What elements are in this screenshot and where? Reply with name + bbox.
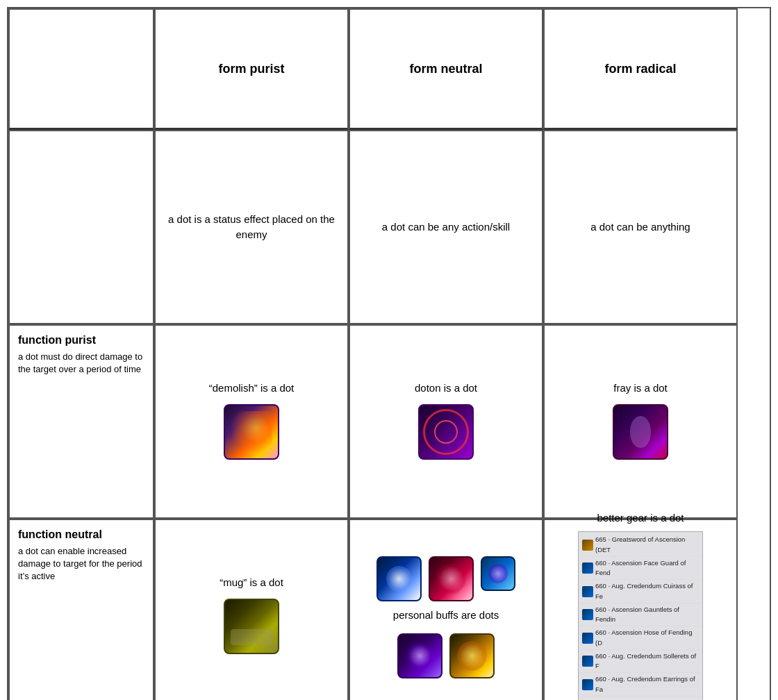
- gear-icon-tiny: [582, 633, 593, 644]
- col-header-purist: form purist: [154, 8, 349, 130]
- gear-icon-tiny: [582, 540, 593, 551]
- gear-item: 660 · Ascension Gauntlets of Fendin: [580, 603, 701, 627]
- gear-icon-tiny: [582, 586, 593, 597]
- cell-purist-radical: fray is a dot: [543, 324, 738, 519]
- gear-item: 660 · Aug. Credendum Cuirass of Fe: [580, 580, 701, 603]
- gear-item: 660 · Ascension Necklace of Fending: [580, 697, 701, 700]
- desc-row-empty: [8, 130, 154, 324]
- cell-purist-neutral: doton is a dot: [349, 324, 543, 519]
- gear-item: 660 · Aug. Credendum Sollerets of F: [580, 650, 701, 674]
- buff2-icon: [429, 556, 474, 601]
- doton-icon: [418, 404, 474, 460]
- buff1-icon: [376, 556, 422, 601]
- col-header-neutral: form neutral: [349, 8, 543, 130]
- row-label-purist: function purist a dot must do direct dam…: [8, 324, 154, 519]
- gear-icon-tiny: [582, 609, 593, 620]
- buffs-bottom-row: [395, 631, 497, 681]
- cell-purist-purist: “demolish” is a dot: [154, 324, 349, 519]
- gear-icon-tiny: [582, 562, 593, 574]
- col-desc-purist: a dot is a status effect placed on the e…: [154, 130, 349, 324]
- buff4-icon: [449, 633, 495, 678]
- gear-item: 660 · Aug. Credendum Earrings of Fa: [580, 673, 701, 697]
- mug-icon: [224, 599, 279, 654]
- gear-icon-tiny: [582, 656, 593, 667]
- col-header-radical: form radical: [543, 8, 738, 130]
- col-desc-radical: a dot can be anything: [543, 130, 738, 324]
- cell-neutral-radical: better gear is a dot 665 · Greatsword of…: [543, 519, 738, 700]
- cell-neutral-purist: “mug” is a dot: [154, 519, 349, 700]
- gear-item: 660 · Ascension Hose of Fending (D: [580, 626, 701, 650]
- gear-item: 660 · Ascension Face Guard of Fend: [580, 557, 701, 581]
- gear-icon-tiny: [582, 679, 593, 690]
- gear-list: 665 · Greatsword of Ascension (DET 660 ·…: [578, 531, 703, 700]
- top-left-empty: [8, 8, 154, 130]
- buff3-icon: [481, 556, 515, 591]
- gear-item: 665 · Greatsword of Ascension (DET: [580, 533, 701, 557]
- buff3b-icon: [397, 633, 442, 678]
- row-label-neutral: function neutral a dot can enable increa…: [8, 519, 154, 700]
- demolish-icon: [224, 404, 279, 460]
- buffs-top-row: [374, 554, 518, 603]
- col-desc-neutral: a dot can be any action/skill: [349, 130, 543, 324]
- cell-neutral-neutral: personal buffs are dots: [349, 519, 543, 700]
- main-grid: form purist form neutral form radical a …: [7, 7, 771, 700]
- fray-icon: [613, 404, 668, 460]
